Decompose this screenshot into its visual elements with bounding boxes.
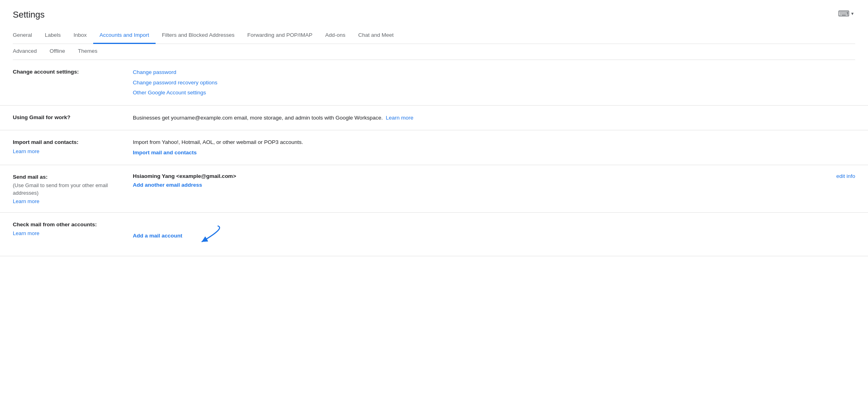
import-mail-contacts-link[interactable]: Import mail and contacts [133, 148, 855, 157]
change-account-label: Change account settings: [13, 69, 79, 75]
tab-addons[interactable]: Add-ons [319, 28, 352, 44]
gmail-for-work-label: Using Gmail for work? [13, 114, 70, 120]
section-change-account-settings: Change account settings: Change password… [0, 60, 868, 106]
send-mail-email-display: Hsiaoming Yang <example@gmail.com> [133, 173, 236, 179]
send-mail-sublabel: (Use Gmail to send from your other email… [13, 182, 123, 196]
add-another-email-link[interactable]: Add another email address [133, 181, 855, 190]
check-mail-label: Check mail from other accounts: [13, 221, 97, 227]
check-mail-learn-more[interactable]: Learn more [13, 230, 39, 236]
import-mail-label: Import mail and contacts: [13, 139, 78, 145]
tab-labels[interactable]: Labels [38, 28, 67, 44]
section-label-import-mail: Import mail and contacts: Learn more [13, 138, 133, 154]
gmail-for-work-text: Businesses get yourname@example.com emai… [133, 114, 855, 122]
tab-accounts-import[interactable]: Accounts and Import [93, 28, 156, 44]
send-mail-label: Send mail as: [13, 174, 48, 180]
tab-chat-meet[interactable]: Chat and Meet [352, 28, 400, 44]
page-title: Settings [13, 10, 855, 20]
other-google-account-link[interactable]: Other Google Account settings [133, 88, 855, 97]
keyboard-icon: ⌨ [838, 9, 850, 18]
settings-content: Change account settings: Change password… [0, 60, 868, 256]
tab-filters[interactable]: Filters and Blocked Addresses [156, 28, 241, 44]
section-label-send-mail: Send mail as: (Use Gmail to send from yo… [13, 173, 133, 204]
add-mail-account-row: Add a mail account [133, 224, 855, 248]
import-mail-static-text: Import from Yahoo!, Hotmail, AOL, or oth… [133, 138, 855, 146]
section-label-check-mail: Check mail from other accounts: Learn mo… [13, 221, 133, 236]
send-mail-learn-more[interactable]: Learn more [13, 198, 39, 204]
section-value-import-mail: Import from Yahoo!, Hotmail, AOL, or oth… [133, 138, 855, 157]
section-value-gmail-for-work: Businesses get yourname@example.com emai… [133, 114, 855, 122]
add-mail-account-link[interactable]: Add a mail account [133, 231, 182, 240]
section-value-change-account: Change password Change password recovery… [133, 68, 855, 97]
tab-forwarding[interactable]: Forwarding and POP/IMAP [241, 28, 319, 44]
keyboard-shortcut-button[interactable]: ⌨ ▾ [836, 7, 855, 20]
tab-offline[interactable]: Offline [43, 44, 72, 60]
section-gmail-for-work: Using Gmail for work? Businesses get you… [0, 106, 868, 131]
gmail-for-work-learn-more[interactable]: Learn more [386, 115, 414, 121]
page-header: Settings General Labels Inbox Accounts a… [0, 0, 868, 60]
edit-info-link[interactable]: edit info [824, 173, 855, 179]
arrow-annotation-icon [186, 224, 234, 248]
change-password-link[interactable]: Change password [133, 68, 855, 77]
primary-nav: General Labels Inbox Accounts and Import… [13, 28, 855, 44]
section-value-check-mail: Add a mail account [133, 221, 855, 248]
section-label-change-account: Change account settings: [13, 68, 133, 76]
section-label-gmail-for-work: Using Gmail for work? [13, 114, 133, 122]
change-password-recovery-link[interactable]: Change password recovery options [133, 78, 855, 87]
secondary-nav: Advanced Offline Themes [13, 44, 855, 60]
section-send-mail-as: Send mail as: (Use Gmail to send from yo… [0, 165, 868, 213]
section-value-send-mail: Hsiaoming Yang <example@gmail.com> edit … [133, 173, 855, 190]
tab-advanced[interactable]: Advanced [13, 44, 43, 60]
tab-general[interactable]: General [13, 28, 38, 44]
section-check-mail-other: Check mail from other accounts: Learn mo… [0, 213, 868, 256]
tab-themes[interactable]: Themes [72, 44, 104, 60]
section-import-mail: Import mail and contacts: Learn more Imp… [0, 130, 868, 165]
tab-inbox[interactable]: Inbox [67, 28, 93, 44]
import-mail-learn-more[interactable]: Learn more [13, 148, 39, 154]
top-right-toolbar: ⌨ ▾ [836, 7, 855, 20]
dropdown-arrow-icon: ▾ [851, 11, 854, 16]
